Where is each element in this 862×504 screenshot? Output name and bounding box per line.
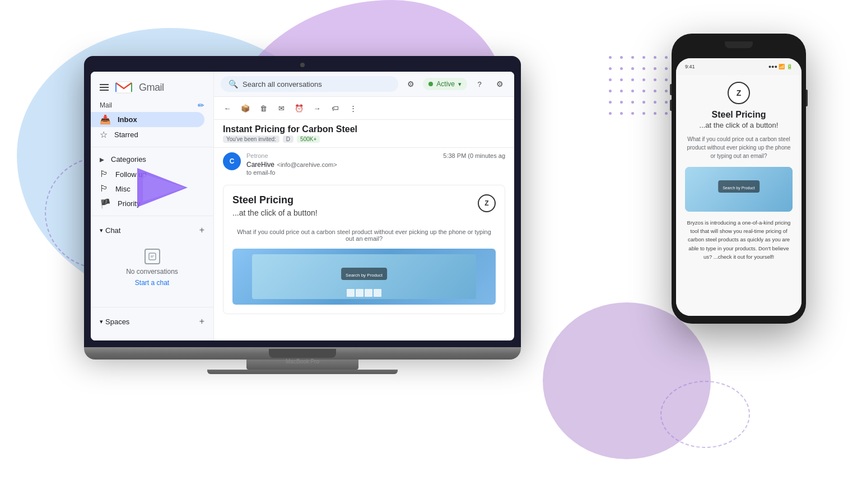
starred-label: Starred bbox=[114, 130, 138, 139]
search-input[interactable]: Search all conversations bbox=[243, 80, 390, 88]
macbook-device: Gmail Mail ✏ 📥 Inbox ☆ Starred bbox=[84, 56, 521, 381]
gmail-logo-text: Gmail bbox=[139, 82, 164, 94]
active-status-badge: Active ▾ bbox=[423, 78, 467, 90]
phone-image: Search by Product bbox=[685, 167, 793, 212]
chat-empty-icon bbox=[145, 249, 160, 264]
chat-add-icon[interactable]: + bbox=[199, 225, 204, 235]
phone-description1: What if you could price out a carbon ste… bbox=[685, 135, 793, 160]
phone-content: Z Steel Pricing ...at the click of a but… bbox=[676, 75, 802, 316]
sender-email-row: CareHive <info@carehive.com> bbox=[246, 159, 505, 169]
email-sender-row: C Petrone 5:38 PM (0 minutes ag CareHive… bbox=[214, 148, 514, 180]
phone-body-text: Bryzos is introducing a one-of-a-kind pr… bbox=[685, 218, 793, 261]
macbook-bottom bbox=[207, 370, 398, 374]
sidebar-item-starred[interactable]: ☆ Starred bbox=[91, 127, 204, 142]
email-subject-area: Instant Pricing for Carbon Steel You've … bbox=[214, 120, 514, 148]
email-tags: You've been invited: D 500K+ bbox=[223, 136, 505, 143]
back-arrow-icon[interactable]: ← bbox=[221, 101, 234, 115]
macbook-notch bbox=[269, 349, 336, 358]
windows-logo bbox=[347, 289, 381, 297]
macbook-label: MacBook Pro bbox=[84, 358, 521, 365]
promo-image-inner: Search by Product bbox=[252, 254, 476, 299]
dots-pattern bbox=[609, 56, 672, 119]
sender-avatar: C bbox=[223, 152, 241, 170]
sender-name-row: Petrone 5:38 PM (0 minutes ag bbox=[246, 152, 505, 159]
misc-label: Misc bbox=[115, 185, 131, 193]
more-options-icon[interactable]: ⋮ bbox=[346, 101, 360, 115]
mail-section-label: Mail bbox=[100, 101, 112, 109]
promo-description: What if you could price out a carbon ste… bbox=[232, 228, 496, 242]
snooze-icon[interactable]: ⏰ bbox=[292, 101, 306, 115]
phone-screen: 9:41 ●●● 📶 🔋 Z Steel Pricing ...at the c… bbox=[676, 58, 802, 316]
email-to: to email-fo bbox=[246, 169, 505, 176]
spaces-add-icon[interactable]: + bbox=[199, 316, 204, 326]
email-subject: Instant Pricing for Carbon Steel bbox=[223, 124, 505, 134]
categories-icon: ▸ bbox=[100, 154, 104, 165]
sidebar-divider bbox=[91, 147, 213, 147]
move-icon[interactable]: → bbox=[310, 101, 324, 115]
svg-rect-5 bbox=[149, 253, 156, 260]
sender-label: Petrone bbox=[246, 152, 268, 159]
phone-title: Steel Pricing bbox=[685, 110, 793, 120]
mark-unread-icon[interactable]: ✉ bbox=[274, 101, 288, 115]
svg-rect-2 bbox=[116, 82, 132, 93]
label-icon[interactable]: 🏷 bbox=[328, 101, 342, 115]
priority-icon: 🏴 bbox=[100, 198, 111, 209]
active-chevron-icon: ▾ bbox=[458, 81, 462, 88]
email-tag-count: 500K+ bbox=[297, 136, 320, 143]
phone-frame: 9:41 ●●● 📶 🔋 Z Steel Pricing ...at the c… bbox=[672, 34, 806, 324]
email-body-content: Z Steel Pricing ...at the click of a but… bbox=[223, 185, 505, 314]
phone-volume-up-button bbox=[670, 84, 672, 95]
toolbar-icons: ⚙ bbox=[403, 76, 418, 92]
phone-logo: Z bbox=[728, 82, 750, 104]
gmail-main-area: 🔍 Search all conversations ⚙ Active ▾ ? bbox=[214, 72, 514, 340]
help-icon[interactable]: ? bbox=[472, 76, 487, 92]
mail-section-header: Mail ✏ bbox=[91, 99, 213, 112]
phone-notch bbox=[716, 41, 761, 54]
settings-filter-icon[interactable]: ⚙ bbox=[403, 76, 418, 92]
spaces-header: ▾ Spaces + bbox=[100, 316, 204, 326]
hamburger-menu[interactable] bbox=[100, 84, 109, 91]
sender-name: CareHive bbox=[246, 161, 274, 169]
email-time: 5:38 PM (0 minutes ag bbox=[443, 152, 505, 159]
phone-status-bar: 9:41 ●●● 📶 🔋 bbox=[676, 58, 802, 75]
compose-pencil-icon[interactable]: ✏ bbox=[198, 101, 204, 110]
active-label: Active bbox=[436, 80, 455, 88]
spaces-section: ▾ Spaces + bbox=[91, 312, 213, 331]
phone-time: 9:41 bbox=[685, 64, 695, 69]
spaces-label: Spaces bbox=[105, 318, 129, 326]
phone-signal: ●●● 📶 🔋 bbox=[768, 64, 793, 69]
promo-subtitle: ...at the click of a button! bbox=[232, 208, 496, 217]
no-conversations-area: No conversations Start a chat bbox=[100, 237, 204, 298]
promo-image: Search by Product bbox=[232, 249, 496, 305]
starred-icon: ☆ bbox=[100, 129, 108, 140]
sender-email-address: <info@carehive.com> bbox=[277, 161, 337, 168]
phone-power-button bbox=[806, 90, 808, 106]
inbox-icon: 📥 bbox=[100, 114, 111, 125]
followup-icon: 🏳 bbox=[100, 169, 109, 179]
chat-label: Chat bbox=[105, 226, 120, 235]
inbox-label: Inbox bbox=[118, 115, 137, 124]
svg-marker-1 bbox=[143, 174, 185, 202]
sidebar-item-inbox[interactable]: 📥 Inbox bbox=[91, 112, 204, 127]
email-tag-d: D bbox=[283, 136, 293, 143]
archive-icon[interactable]: 📦 bbox=[239, 101, 252, 115]
sender-info: Petrone 5:38 PM (0 minutes ag CareHive <… bbox=[246, 152, 505, 176]
search-icon: 🔍 bbox=[229, 80, 238, 88]
promo-title: Steel Pricing bbox=[232, 194, 496, 206]
email-nav-bar: ← 📦 🗑 ✉ ⏰ → 🏷 ⋮ bbox=[214, 97, 514, 120]
sidebar-divider3 bbox=[91, 307, 213, 307]
email-tag-invited: You've been invited: bbox=[223, 136, 279, 143]
delete-icon[interactable]: 🗑 bbox=[257, 101, 270, 115]
misc-icon: 🏳 bbox=[100, 184, 109, 194]
phone-device: 9:41 ●●● 📶 🔋 Z Steel Pricing ...at the c… bbox=[672, 34, 806, 324]
email-body: Z Steel Pricing ...at the click of a but… bbox=[214, 180, 514, 340]
phone-subtitle: ...at the click of a button! bbox=[685, 121, 793, 129]
chat-header: ▾ Chat + bbox=[100, 225, 204, 235]
gmail-toolbar: 🔍 Search all conversations ⚙ Active ▾ ? bbox=[214, 72, 514, 97]
start-chat-link[interactable]: Start a chat bbox=[135, 279, 169, 287]
chat-section: ▾ Chat + No conversations Start a chat bbox=[91, 221, 213, 302]
phone-volume-down-button bbox=[670, 100, 672, 111]
account-settings-icon[interactable]: ⚙ bbox=[492, 76, 507, 92]
search-bar[interactable]: 🔍 Search all conversations bbox=[221, 76, 398, 92]
no-conversations-text: No conversations bbox=[126, 268, 178, 276]
